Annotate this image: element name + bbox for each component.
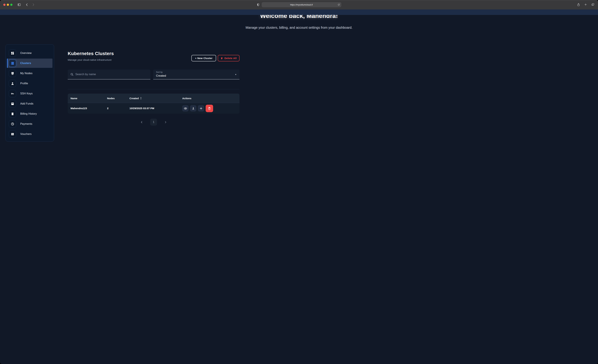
cell-cluster-name: Mahendra123 xyxy=(71,107,107,110)
column-header-nodes: Nodes xyxy=(107,97,129,100)
overview-icon xyxy=(9,50,16,57)
sidebar-item-vouchers[interactable]: Vouchers xyxy=(7,129,52,139)
sidebar-toggle-icon[interactable] xyxy=(17,3,21,7)
add-funds-icon xyxy=(9,100,16,107)
clusters-icon xyxy=(9,59,16,67)
page-top-strip xyxy=(0,9,260,15)
forward-button[interactable] xyxy=(32,3,35,7)
main-content: Kubernetes Clusters Manage your cloud-na… xyxy=(68,51,240,126)
sidebar-item-profile[interactable]: Profile xyxy=(7,79,52,88)
billing-history-icon xyxy=(9,110,16,117)
trash-icon xyxy=(208,107,211,110)
eye-icon xyxy=(184,107,187,110)
delete-all-trash-icon xyxy=(221,57,223,59)
sort-arrows-icon xyxy=(140,97,142,99)
sidebar-item-payments[interactable]: Payments xyxy=(7,119,52,129)
privacy-shield-icon[interactable] xyxy=(257,3,260,7)
next-page-button[interactable] xyxy=(164,121,167,124)
sidebar-item-overview[interactable]: Overview xyxy=(7,49,52,58)
new-cluster-button[interactable]: + New Cluster xyxy=(191,55,216,61)
column-header-name: Name xyxy=(71,97,107,100)
row-actions xyxy=(182,105,240,112)
profile-icon xyxy=(9,80,16,87)
plus-icon xyxy=(199,107,203,110)
sort-select[interactable]: Sort by Created ▼ xyxy=(153,69,240,79)
chevron-down-icon: ▼ xyxy=(235,74,237,75)
table-header-row: Name Nodes Created Actions xyxy=(68,94,240,103)
window-controls xyxy=(3,4,12,6)
sort-label: Sort by xyxy=(156,71,163,73)
sidebar-item-clusters[interactable]: Clusters xyxy=(7,58,52,68)
dashboard-page: Welcome back, Mahendra! Manage your clus… xyxy=(0,9,260,158)
browser-toolbar xyxy=(0,0,260,9)
zoom-window-button[interactable] xyxy=(10,4,12,6)
table-row: Mahendra123 2 10/29/2025 03:07 PM xyxy=(68,103,240,114)
close-window-button[interactable] xyxy=(3,4,6,6)
sidebar-item-add-funds[interactable]: Add Funds xyxy=(7,99,52,108)
download-kubeconfig-button[interactable] xyxy=(190,105,196,111)
delete-all-button[interactable]: Delete All xyxy=(218,55,240,61)
cell-cluster-nodes: 2 xyxy=(107,107,129,110)
column-header-created[interactable]: Created xyxy=(129,97,182,100)
sort-value: Created xyxy=(156,74,166,77)
sidebar-item-billing-history[interactable]: Billing History xyxy=(7,109,52,118)
vouchers-icon xyxy=(9,130,16,138)
delete-cluster-button[interactable] xyxy=(206,105,213,112)
search-field[interactable] xyxy=(68,69,150,79)
sidebar-item-my-nodes[interactable]: My Nodes xyxy=(7,69,52,78)
clusters-table: Name Nodes Created Actions Mahendra123 xyxy=(68,94,240,114)
column-header-actions: Actions xyxy=(182,97,240,100)
search-input[interactable] xyxy=(68,69,150,79)
sidebar-item-ssh-keys[interactable]: SSH Keys xyxy=(7,89,52,98)
welcome-subtitle: Manage your clusters, billing, and accou… xyxy=(0,26,260,30)
sidebar: Overview Clusters xyxy=(6,44,54,141)
pagination: 1 xyxy=(68,119,240,126)
ssh-keys-icon xyxy=(9,90,16,97)
browser-window: Welcome back, Mahendra! Manage your clus… xyxy=(0,0,260,158)
minimize-window-button[interactable] xyxy=(7,4,9,6)
page-number[interactable]: 1 xyxy=(150,119,157,126)
download-icon xyxy=(192,107,195,110)
add-node-button[interactable] xyxy=(198,105,204,111)
cell-cluster-created: 10/29/2025 03:07 PM xyxy=(129,107,182,110)
previous-page-button[interactable] xyxy=(140,121,143,124)
section-divider xyxy=(68,89,240,89)
my-nodes-icon xyxy=(9,70,16,77)
back-button[interactable] xyxy=(25,3,29,7)
payments-icon xyxy=(9,120,16,128)
view-cluster-button[interactable] xyxy=(182,105,189,111)
